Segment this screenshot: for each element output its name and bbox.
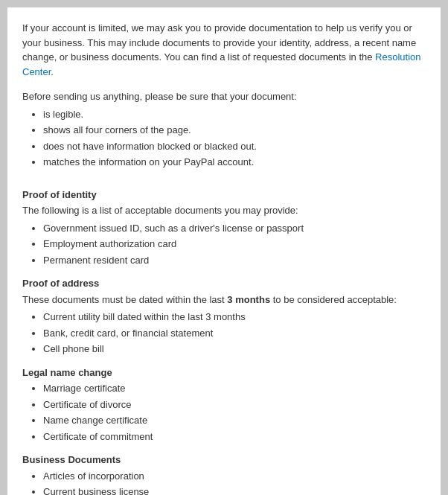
list-item: Bank, credit card, or financial statemen…: [43, 326, 426, 341]
proof-of-address-desc: These documents must be dated within the…: [22, 293, 426, 307]
list-item: Current utility bill dated within the la…: [43, 310, 426, 325]
list-item: Articles of incorporation: [43, 469, 426, 484]
business-documents-list: Articles of incorporation Current busine…: [22, 469, 426, 496]
list-item: Cell phone bill: [43, 342, 426, 357]
proof-of-address-title: Proof of address: [22, 276, 426, 291]
list-item: matches the information on your PayPal a…: [43, 155, 426, 170]
list-item: shows all four corners of the page.: [43, 123, 426, 138]
proof-of-address-section: Proof of address These documents must be…: [22, 276, 426, 357]
list-item: Certificate of commitment: [43, 429, 426, 444]
list-item: Permanent resident card: [43, 253, 426, 268]
list-item: Employment authorization card: [43, 237, 426, 252]
legal-name-change-section: Legal name change Marriage certificate C…: [22, 365, 426, 444]
business-documents-title: Business Documents: [22, 453, 426, 467]
business-documents-section: Business Documents Articles of incorpora…: [22, 453, 426, 495]
intro-text-after-link: .: [51, 66, 54, 77]
intro-text-before-link: If your account is limited, we may ask y…: [22, 22, 416, 63]
proof-of-identity-list: Government issued ID, such as a driver's…: [22, 221, 426, 268]
before-sending-section: Before sending us anything, please be su…: [22, 89, 426, 170]
list-item: is legible.: [43, 107, 426, 122]
list-item: Government issued ID, such as a driver's…: [43, 221, 426, 236]
list-item: Marriage certificate: [43, 381, 426, 396]
before-sending-list: is legible. shows all four corners of th…: [22, 107, 426, 170]
list-item: Current business license: [43, 485, 426, 495]
proof-of-address-desc-text2: to be considered acceptable:: [270, 294, 397, 305]
intro-paragraph: If your account is limited, we may ask y…: [22, 21, 426, 79]
list-item: Name change certificate: [43, 413, 426, 428]
before-sending-heading: Before sending us anything, please be su…: [22, 89, 426, 104]
proof-of-identity-desc: The following is a list of acceptable do…: [22, 203, 426, 218]
legal-name-change-title: Legal name change: [22, 365, 426, 380]
proof-of-address-bold: 3 months: [227, 294, 270, 305]
list-item: does not have information blocked or bla…: [43, 139, 426, 154]
list-item: Certificate of divorce: [43, 397, 426, 412]
main-card: If your account is limited, we may ask y…: [7, 7, 441, 495]
proof-of-address-desc-text1: These documents must be dated within the…: [22, 294, 227, 305]
proof-of-identity-title: Proof of identity: [22, 188, 426, 202]
proof-of-address-list: Current utility bill dated within the la…: [22, 310, 426, 357]
legal-name-change-list: Marriage certificate Certificate of divo…: [22, 381, 426, 444]
proof-of-identity-section: Proof of identity The following is a lis…: [22, 188, 426, 268]
